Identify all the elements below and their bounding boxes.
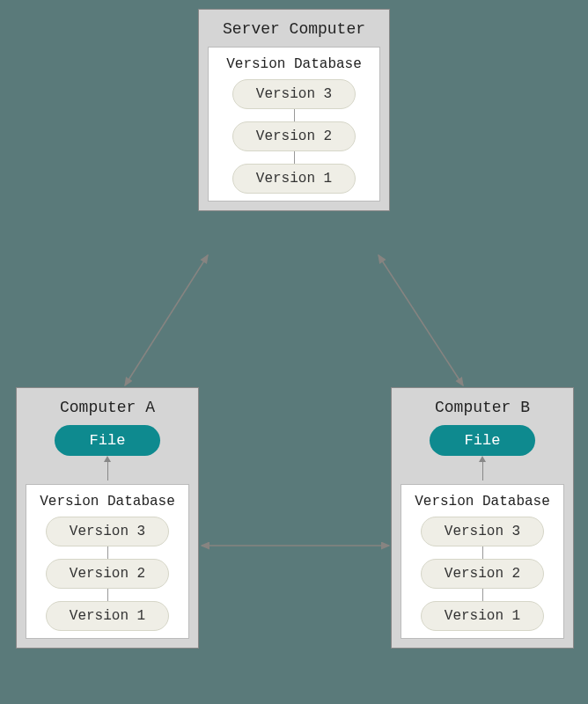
version-connector	[482, 546, 483, 559]
version-connector	[482, 589, 483, 601]
version-pill: Version 3	[421, 517, 544, 546]
version-pill: Version 2	[46, 559, 169, 589]
file-arrow-icon	[107, 461, 108, 480]
version-pill: Version 2	[421, 559, 544, 589]
version-pill: Version 2	[232, 121, 356, 151]
version-pill: Version 3	[232, 79, 356, 109]
computer-b-box: Computer B File Version Database Version…	[391, 387, 574, 649]
version-pill: Version 1	[421, 601, 544, 631]
server-vdb-title: Version Database	[216, 56, 372, 72]
version-connector	[107, 589, 108, 601]
version-connector	[294, 109, 295, 121]
computer-b-version-database: Version Database Version 3 Version 2 Ver…	[401, 484, 564, 639]
version-pill: Version 1	[232, 164, 356, 194]
server-version-database: Version Database Version 3 Version 2 Ver…	[208, 47, 380, 202]
file-arrow-icon	[482, 461, 483, 480]
version-pill: Version 1	[46, 601, 169, 631]
server-title: Server Computer	[208, 20, 380, 38]
diagram-canvas: { "server": { "title": "Server Computer"…	[0, 0, 588, 704]
version-pill: Version 3	[46, 517, 169, 546]
version-connector	[107, 546, 108, 559]
svg-line-2	[125, 255, 208, 385]
svg-line-3	[379, 255, 463, 385]
server-computer-box: Server Computer Version Database Version…	[198, 9, 390, 211]
computer-b-vdb-title: Version Database	[408, 494, 556, 510]
version-connector	[294, 151, 295, 164]
computer-a-title: Computer A	[26, 399, 189, 416]
computer-a-vdb-title: Version Database	[33, 494, 181, 510]
computer-b-title: Computer B	[401, 399, 564, 416]
file-pill: File	[55, 425, 160, 456]
computer-a-version-database: Version Database Version 3 Version 2 Ver…	[26, 484, 189, 639]
file-pill: File	[430, 425, 535, 456]
computer-a-box: Computer A File Version Database Version…	[16, 387, 199, 649]
